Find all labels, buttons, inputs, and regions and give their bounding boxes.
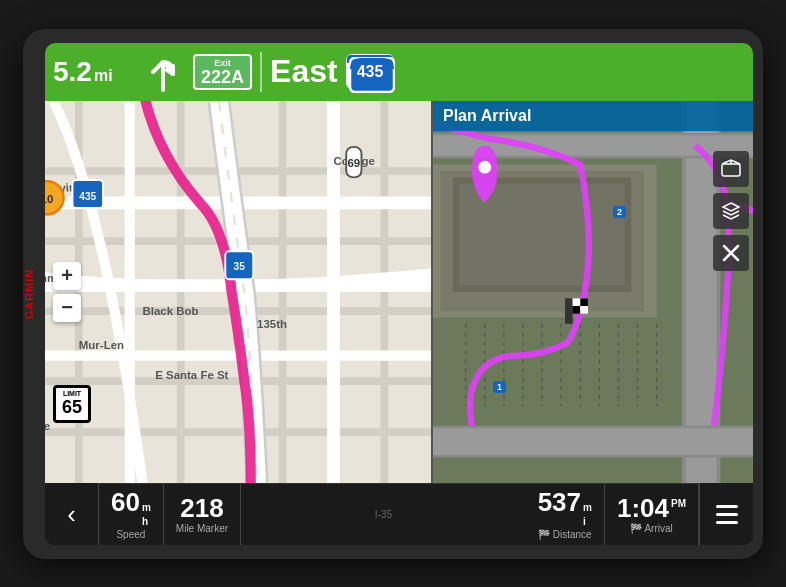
menu-icon	[716, 505, 738, 524]
map-right[interactable]: Plan Arrival 1 2	[433, 101, 753, 483]
nav-bar: 5.2 mi Exit 222A East	[45, 43, 753, 101]
menu-line-1	[716, 505, 738, 508]
waypoint-1: 1	[493, 381, 506, 393]
screen: 5.2 mi Exit 222A East	[45, 43, 753, 545]
map-close-button[interactable]	[713, 235, 749, 271]
svg-text:E Santa Fe St: E Santa Fe St	[155, 368, 228, 380]
svg-text:69: 69	[347, 157, 360, 169]
back-icon: ‹	[67, 499, 76, 530]
svg-text:35: 35	[234, 261, 246, 272]
svg-text:135th: 135th	[257, 317, 287, 329]
back-button[interactable]: ‹	[45, 483, 99, 545]
svg-rect-65	[573, 306, 581, 314]
highway-badge: 435	[346, 54, 395, 89]
menu-line-2	[716, 513, 738, 516]
mile-marker-label: Mile Marker	[176, 523, 228, 534]
svg-text:Santa Fe: Santa Fe	[45, 419, 50, 431]
exit-number: 222A	[201, 68, 244, 86]
speed-limit-sign: LIMIT 65	[53, 385, 91, 422]
distance-value: 5.2	[53, 56, 92, 88]
svg-point-67	[478, 160, 491, 173]
arrival-label: 🏁 Arrival	[630, 523, 673, 534]
distance-unit-bot: i	[583, 517, 586, 527]
arrival-unit: PM	[671, 499, 686, 509]
plan-arrival-banner: Plan Arrival	[433, 101, 753, 131]
svg-rect-64	[580, 298, 588, 306]
distance-item: 537 m i 🏁 Distance	[526, 484, 605, 545]
zoom-in-button[interactable]: +	[53, 262, 81, 290]
map-3d-button[interactable]	[713, 151, 749, 187]
svg-text:Black Bob: Black Bob	[143, 304, 199, 316]
mile-marker-item: 218 Mile Marker	[164, 484, 241, 545]
direction-divider	[260, 52, 262, 92]
distance-box: 5.2 mi	[53, 56, 133, 88]
speed-value: 60	[111, 489, 140, 515]
zoom-out-button[interactable]: −	[53, 294, 81, 322]
speed-unit-top: m	[142, 503, 151, 513]
svg-rect-62	[565, 298, 573, 323]
svg-text:435: 435	[79, 191, 96, 202]
turn-icon	[141, 50, 185, 94]
route-label: I-35	[241, 509, 526, 520]
waypoint-2: 2	[613, 206, 626, 218]
plan-arrival-text: Plan Arrival	[443, 107, 531, 124]
distance-value: 537	[538, 489, 581, 515]
svg-text:10: 10	[45, 192, 53, 204]
arrival-item: 1:04 PM 🏁 Arrival	[605, 484, 699, 545]
map-right-controls	[713, 151, 749, 271]
svg-rect-55	[433, 428, 753, 455]
highway-number: 435	[357, 63, 384, 80]
map-left[interactable]: Quivira College Pflumm Black Bob Mur-Len…	[45, 101, 433, 483]
zoom-controls: + −	[53, 262, 81, 322]
speed-label: Speed	[116, 529, 145, 540]
gps-device: GARMIN 5.2 mi Exit 222A East	[23, 29, 763, 559]
distance-main: 537 m i	[538, 489, 592, 527]
direction-text: East	[270, 53, 338, 90]
svg-rect-66	[580, 306, 588, 314]
arrival-main: 1:04 PM	[617, 495, 686, 521]
arrival-value: 1:04	[617, 495, 669, 521]
distance-label: 🏁 Distance	[538, 529, 592, 540]
svg-rect-68	[722, 164, 740, 176]
distance-unit-top: m	[583, 503, 592, 513]
menu-line-3	[716, 521, 738, 524]
menu-button[interactable]	[699, 483, 753, 545]
speed-main: 60 m h	[111, 489, 151, 527]
map-area: Quivira College Pflumm Black Bob Mur-Len…	[45, 101, 753, 483]
mile-marker-value: 218	[180, 495, 223, 521]
distance-unit: mi	[94, 67, 113, 85]
exit-label: Exit	[201, 58, 244, 68]
mile-marker-main: 218	[180, 495, 223, 521]
map-layers-button[interactable]	[713, 193, 749, 229]
status-bar: ‹ 60 m h Speed 218 Mile Marker I-35	[45, 483, 753, 545]
speed-item: 60 m h Speed	[99, 484, 164, 545]
speed-limit-value: 65	[62, 398, 82, 418]
exit-badge: Exit 222A	[193, 54, 252, 90]
svg-text:Mur-Len: Mur-Len	[79, 339, 124, 351]
speed-unit-bot: h	[142, 517, 148, 527]
brand-label: GARMIN	[23, 268, 35, 319]
